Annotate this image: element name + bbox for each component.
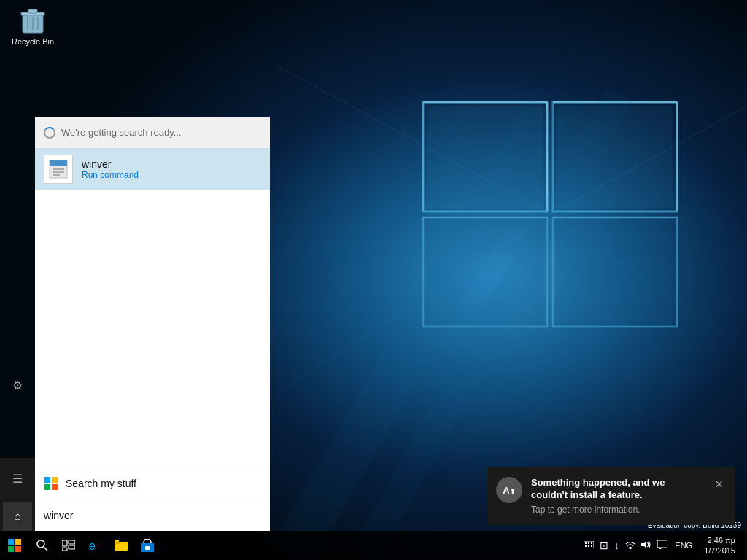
- wifi-tray-icon[interactable]: [624, 540, 637, 551]
- search-button[interactable]: [29, 531, 55, 560]
- notification-toast[interactable]: A⬆ Something happened, and we couldn't i…: [487, 467, 735, 525]
- recycle-bin-label: Recycle Bin: [12, 37, 54, 46]
- results-body: [35, 190, 270, 467]
- svg-rect-54: [69, 545, 75, 549]
- svg-rect-63: [585, 542, 587, 544]
- svg-rect-47: [15, 539, 21, 545]
- start-button[interactable]: [0, 531, 29, 560]
- notification-body: Tap to get more information.: [531, 505, 703, 515]
- svg-rect-65: [591, 542, 592, 544]
- taskbar: e: [0, 531, 747, 560]
- svg-rect-45: [52, 484, 58, 490]
- svg-rect-53: [69, 540, 75, 544]
- notification-content: Something happened, and we couldn't inst…: [531, 477, 703, 515]
- svg-rect-59: [115, 540, 119, 542]
- windows-logo-small: [44, 476, 58, 491]
- message-tray-icon[interactable]: [656, 540, 669, 551]
- result-text-block: winver Run command: [82, 158, 139, 180]
- network-tray-icon[interactable]: ⊡: [598, 540, 610, 551]
- svg-rect-13: [557, 221, 673, 323]
- svg-point-69: [630, 548, 632, 548]
- svg-rect-46: [8, 539, 14, 545]
- svg-rect-48: [8, 546, 14, 552]
- svg-text:e: e: [89, 540, 96, 552]
- svg-rect-52: [62, 540, 67, 546]
- search-status-bar: We're getting search ready...: [35, 117, 270, 149]
- svg-marker-70: [641, 541, 646, 548]
- clock-time: 2:46 πμ: [708, 535, 735, 545]
- home-button[interactable]: ⌂: [3, 502, 32, 531]
- recycle-bin-icon[interactable]: Recycle Bin: [7, 4, 58, 49]
- search-input[interactable]: [44, 510, 261, 521]
- download-tray-icon[interactable]: ↓: [613, 540, 621, 551]
- svg-line-51: [44, 547, 47, 551]
- clock-date: 1/7/2015: [704, 545, 735, 556]
- search-input-bar: [35, 499, 270, 531]
- svg-rect-44: [44, 484, 50, 490]
- system-clock[interactable]: 2:46 πμ 1/7/2015: [698, 535, 741, 556]
- search-my-stuff-button[interactable]: Search my stuff: [35, 467, 270, 499]
- volume-tray-icon[interactable]: [640, 540, 653, 551]
- edge-button[interactable]: e: [82, 531, 108, 560]
- svg-rect-67: [588, 545, 589, 547]
- start-menu-sidebar: ☰ ⌂ ⚙: [0, 458, 35, 531]
- search-status-text: We're getting search ready...: [61, 127, 182, 138]
- svg-rect-49: [15, 546, 21, 552]
- notification-title: Something happened, and we couldn't inst…: [531, 477, 703, 502]
- hamburger-menu-button[interactable]: ☰: [3, 464, 32, 493]
- settings-button[interactable]: ⚙: [3, 370, 32, 400]
- svg-rect-61: [145, 546, 150, 550]
- keyboard-tray-icon[interactable]: [582, 540, 595, 551]
- result-name: winver: [82, 158, 139, 170]
- notification-close-button[interactable]: ✕: [712, 477, 727, 491]
- svg-rect-43: [52, 477, 58, 483]
- task-view-button[interactable]: [55, 531, 82, 560]
- svg-rect-68: [591, 545, 592, 547]
- language-indicator[interactable]: ENG: [672, 541, 695, 550]
- svg-rect-38: [50, 160, 67, 166]
- svg-rect-42: [44, 477, 50, 483]
- svg-rect-64: [588, 542, 589, 544]
- result-subtitle: Run command: [82, 170, 139, 180]
- svg-rect-66: [585, 545, 587, 547]
- svg-rect-55: [62, 548, 67, 551]
- loading-spinner: [44, 127, 55, 139]
- svg-point-50: [37, 540, 44, 548]
- store-button[interactable]: [134, 531, 160, 560]
- system-tray: ⊡ ↓ ENG: [582, 535, 747, 556]
- search-my-stuff-label: Search my stuff: [66, 478, 136, 489]
- svg-rect-33: [28, 9, 37, 13]
- result-item-icon: [44, 155, 73, 184]
- notification-icon: A⬆: [496, 477, 522, 503]
- search-results-panel: We're getting search ready... winver Run…: [35, 117, 270, 531]
- search-result-item[interactable]: winver Run command: [35, 149, 270, 190]
- file-explorer-button[interactable]: [108, 531, 134, 560]
- svg-rect-71: [657, 540, 667, 548]
- recycle-bin-graphic: [18, 7, 47, 36]
- svg-rect-62: [584, 541, 594, 548]
